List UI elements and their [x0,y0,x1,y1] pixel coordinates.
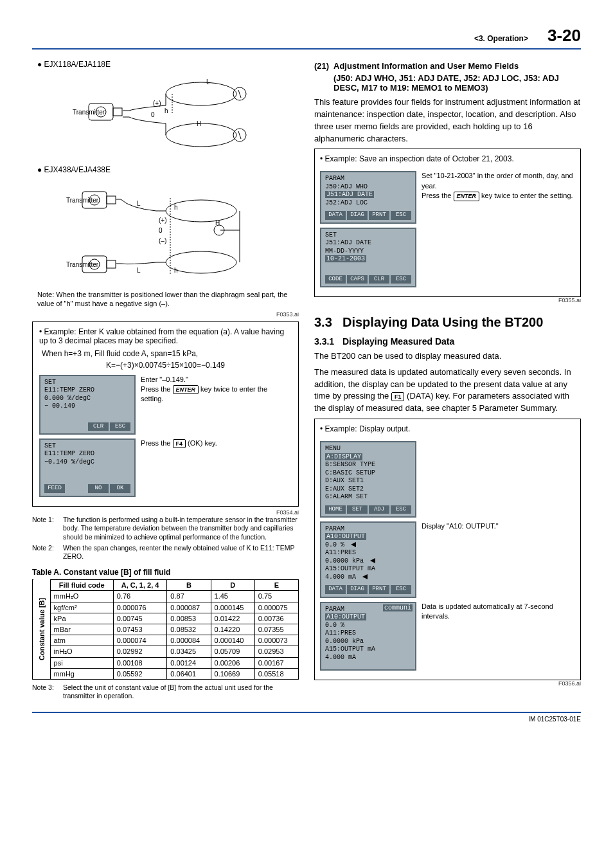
svg-text:Transmitter: Transmitter [66,197,99,204]
table-row: kPa0.007450.008530.014220.00736 [33,613,299,624]
lcd-side-e: Data is updated automatically at 7-secon… [422,602,575,622]
lcd-screen-e: communi PARAM A10:OUTPUT 0.0 % A11:PRES … [320,602,416,671]
example-box-k: • Example: Enter K value obtained from t… [32,321,299,507]
lcd-screen-c: MENU A:DISPLAY B:SENSOR TYPE C:BASIC SET… [320,441,416,518]
svg-text:h: h [174,267,178,274]
lcd-side-1: Enter "–0.149." Press the ENTER key twic… [141,375,292,404]
svg-text:L: L [206,78,210,86]
svg-line-8 [238,131,241,139]
lcd-screen-b: SET J51:ADJ DATE MM-DD-YYYY 10-21-2003 C… [320,228,416,287]
constant-value-table: Constant value [B] Fill fluid code A, C,… [32,579,299,680]
table-row: psi0.001080.001240.002060.00167 [33,657,299,668]
paragraph-3: The measured data is updated automatical… [314,366,581,415]
f4-key-icon: F4 [173,439,186,449]
arrow-left-icon [368,557,375,565]
f1-key-icon: F1 [391,392,405,402]
lcd-side-a: Set "10-21-2003" in the order of month, … [422,171,575,201]
svg-point-3 [166,82,236,105]
lcd-screen-1: SET E11:TEMP ZERO 0.000 %/degC − 00.149 … [39,375,136,435]
arrow-left-icon [360,574,368,581]
table-row: mBar0.074530.085320.142200.07355 [33,624,299,635]
paragraph-2: The BT200 can be used to display measure… [314,350,581,363]
svg-text:Transmitter: Transmitter [73,109,105,116]
table-row: inH₂O0.029920.034250.057090.02953 [33,646,299,657]
table-row: atm0.0000740.0000840.0001400.000073 [33,635,299,646]
figure-id-4: F0356.ai [314,680,581,687]
example-text-1: • Example: Enter K value obtained from t… [39,327,292,345]
figure-id-1: F0353.ai [32,311,299,318]
table-title: Table A. Constant value [B] of fill flui… [32,568,299,577]
figure-id-3: F0355.ai [314,297,581,303]
svg-text:Transmitter: Transmitter [66,261,99,268]
model-label-1: ● EJX118A/EJA118E [37,60,299,69]
heading-3-3-1: 3.3.1 Displaying Measured Data [314,336,581,347]
svg-text:(+): (+) [159,217,167,224]
svg-rect-18 [107,196,116,204]
lcd-side-2: Press the F4 (OK) key. [141,439,292,448]
figure-id-2: F0354.ai [32,509,299,516]
svg-text:H: H [215,219,220,226]
note-list: Note 1:The function is performed using a… [32,516,299,561]
note-3: Note 3:Select the unit of constant value… [32,683,299,701]
lcd-side-d: Display "A10: OUTPUT." [422,521,575,531]
lcd-screen-a: PARAM J50:ADJ WHO J51:ADJ DATE J52:ADJ L… [320,171,416,223]
page-footer: IM 01C25T03-01E [32,712,581,723]
enter-key-icon: ENTER [454,192,480,201]
svg-text:H: H [197,120,201,127]
diagram-note: Note: When the transmitter is positioned… [37,290,299,309]
svg-text:(+): (+) [153,100,161,107]
svg-rect-2 [113,108,122,116]
svg-text:0: 0 [151,111,155,118]
svg-text:h: h [174,204,178,211]
header-section: <3. Operation> [474,34,528,43]
lcd-screen-2: SET E11:TEMP ZERO −0.149 %/degC FEED NO … [39,439,136,497]
header-page-number: 3-20 [547,26,581,46]
arrow-left-icon [348,541,356,548]
heading-3-3: 3.3 Displaying Data Using the BT200 [314,315,581,330]
svg-line-7 [238,90,241,98]
example-box-date: • Example: Save an inspection date of Oc… [314,149,581,297]
lcd-screen-d: PARAM A10:OUTPUT 0.0 % A11:PRES 0.0000 k… [320,521,416,598]
svg-text:0: 0 [159,227,163,234]
example-text-3: K=−(+3)×0.00745÷15×100=−0.149 [39,361,292,370]
table-row: mmHg0.055920.064010.106690.05518 [33,668,299,679]
svg-text:L: L [137,267,141,274]
svg-text:(–): (–) [159,237,166,244]
table-row: mmH₂O0.760.871.450.75 [33,590,299,602]
model-label-2: ● EJX438A/EJA438E [37,165,299,174]
svg-text:L: L [137,200,141,207]
diagram-1: Transmitter h L H (+) 0 [32,71,299,161]
paragraph-1: This feature provides four fields for in… [314,96,581,145]
diagram-2: Transmitter Transmitter L L h h H (+) (–… [32,177,299,286]
table-corner: Constant value [B] [33,579,51,679]
section-21-heading: (21) Adjustment Information and User Mem… [314,61,581,93]
example-box-output: • Example: Display output. MENU A:DISPLA… [314,419,581,680]
svg-rect-21 [107,260,116,268]
table-row: kgf/cm²0.0000760.0000870.0001450.000075 [33,602,299,613]
page-header: <3. Operation> 3-20 [32,26,581,50]
svg-text:h: h [164,107,168,114]
enter-key-icon: ENTER [173,385,199,395]
example-text-2: When h=+3 m, Fill fluid code A, span=15 … [42,349,289,358]
